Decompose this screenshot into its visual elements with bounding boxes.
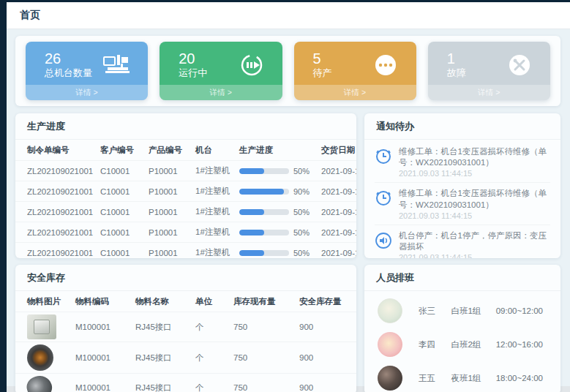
progress-bar (239, 189, 289, 195)
clock-icon (375, 148, 392, 165)
customer-no: C10001 (97, 243, 146, 259)
notification-item[interactable]: 维修工单：机台1变压器损坏待维修（单号：WX202109031001） 2021… (375, 183, 550, 225)
staff-name: 张三 (419, 306, 451, 317)
notification-item[interactable]: 维修工单：机台1变压器损坏待维修（单号：WX202109031001） 2021… (375, 141, 550, 183)
stat-label: 待产 (313, 67, 332, 80)
detail-link[interactable]: 详情 > (26, 85, 148, 100)
table-header-row: 制令单编号 客户编号 产品编号 机台 生产进度 交货日期 (15, 140, 356, 161)
delivery-date: 2021-09-10 (318, 222, 356, 243)
panel-title: 人员排班 (364, 265, 560, 291)
progress-cell: 50% (236, 161, 318, 181)
stat-label: 故障 (447, 67, 466, 80)
column-header: 单位 (192, 291, 230, 312)
safety-qty: 900 (296, 374, 356, 392)
table-row[interactable]: ZL202109021001 C10001 P10001 1#注塑机 50% 2… (15, 161, 356, 181)
running-icon (237, 53, 266, 78)
delivery-date: 2021-09-10 (318, 243, 356, 259)
table-header-row: 物料图片 物料编码 物料名称 单位 库存现有量 安全库存量 (15, 291, 356, 312)
clock-icon (375, 189, 392, 207)
table-row[interactable]: ZL202109021001 C10001 P10001 1#注塑机 90% 2… (15, 181, 356, 202)
table-row[interactable]: ZL202109021001 C10001 P10001 1#注塑机 50% 2… (15, 222, 356, 243)
staff-schedule-panel: 人员排班 张三 白班1组 09:00~12:00 李四 白班2组 12:00~1… (364, 265, 560, 392)
progress-bar (239, 209, 289, 215)
column-header: 物料图片 (15, 291, 72, 312)
notifications-panel: 通知待办 维修工单：机台1变压器损坏待维修（单号：WX202109031001）… (364, 113, 560, 258)
material-name: RJ45接口 (132, 374, 192, 392)
machine: 1#注塑机 (192, 161, 236, 181)
progress-bar (239, 250, 289, 256)
panel-title: 生产进度 (15, 113, 356, 140)
table-row[interactable]: M100001 RJ45接口 个 750 900 (15, 312, 356, 342)
shift-label: 白班2组 (451, 339, 495, 350)
material-image-cell (15, 312, 72, 342)
notification-time: 2021.09.03 11:44:15 (399, 211, 550, 220)
stat-card-running[interactable]: 20 运行中 详情 > (160, 42, 282, 100)
detail-link[interactable]: 详情 > (294, 85, 416, 100)
schedule-row[interactable]: 张三 白班1组 09:00~12:00 (378, 294, 547, 328)
machine: 1#注塑机 (192, 181, 236, 202)
stat-card-total-machines[interactable]: 26 总机台数量 详情 > (26, 42, 148, 100)
machine: 1#注塑机 (192, 202, 236, 222)
order-no: ZL202109021001 (15, 243, 97, 259)
unit: 个 (192, 342, 230, 374)
progress-bar (239, 230, 289, 235)
order-no: ZL202109021001 (15, 181, 97, 202)
machine-icon (102, 53, 132, 78)
staff-name: 王五 (419, 373, 451, 384)
table-row[interactable]: ZL202109021001 C10001 P10001 1#注塑机 50% 2… (15, 243, 356, 259)
delivery-date: 2021-09-10 (318, 161, 356, 181)
progress-label: 50% (293, 228, 310, 237)
avatar (378, 366, 402, 391)
avatar (378, 332, 402, 357)
notification-item[interactable]: 机台停产：机台1停产，停产原因：变压器损坏 2021.09.03 11:44:1… (375, 225, 550, 258)
stat-value: 26 (45, 50, 92, 67)
shift-label: 白班1组 (451, 306, 495, 317)
stat-label: 总机台数量 (45, 67, 92, 80)
column-header: 物料编码 (72, 291, 132, 312)
speaker-cone-photo (24, 373, 55, 392)
delivery-date: 2021-09-10 (318, 202, 356, 222)
production-progress-panel: 生产进度 制令单编号 客户编号 产品编号 机台 生产进度 交货日期 ZL2021 (15, 113, 356, 258)
order-no: ZL202109021001 (15, 161, 97, 181)
shift-label: 夜班1组 (451, 373, 495, 384)
schedule-row[interactable]: 李四 白班2组 12:00~16:00 (378, 328, 547, 361)
stock-qty: 750 (230, 342, 296, 374)
table-row[interactable]: M100001 RJ45接口 个 750 900 (15, 374, 356, 392)
shift-time: 18:00~24:00 (496, 374, 543, 382)
schedule-row[interactable]: 王五 夜班1组 18:00~24:00 (378, 361, 547, 392)
progress-cell: 50% (236, 243, 318, 259)
staff-name: 李四 (419, 339, 451, 350)
material-name: RJ45接口 (132, 312, 192, 342)
stat-card-fault[interactable]: 1 故障 详情 > (428, 42, 550, 100)
safety-qty: 900 (296, 342, 356, 374)
progress-label: 50% (293, 167, 310, 176)
customer-no: C10001 (97, 181, 146, 202)
page-title: 首页 (20, 9, 40, 22)
material-code: M100001 (72, 374, 132, 392)
stat-cards-panel: 26 总机台数量 详情 > 20 运行中 详情 > (15, 36, 560, 106)
shift-time: 09:00~12:00 (496, 306, 543, 315)
material-name: RJ45接口 (132, 342, 192, 374)
breadcrumb-bar: 首页 (7, 2, 570, 29)
stat-label: 运行中 (179, 67, 207, 80)
stat-card-waiting[interactable]: 5 待产 详情 > (294, 42, 416, 100)
safety-qty: 900 (296, 312, 356, 342)
column-header: 机台 (192, 140, 236, 161)
column-header: 物料名称 (132, 291, 192, 312)
dashboard-content: 26 总机台数量 详情 > 20 运行中 详情 > (7, 29, 570, 386)
progress-label: 90% (293, 187, 310, 196)
product-no: P10001 (146, 202, 192, 222)
detail-link[interactable]: 详情 > (428, 85, 550, 100)
shift-time: 12:00~16:00 (496, 340, 543, 349)
table-row[interactable]: ZL202109021001 C10001 P10001 1#注塑机 50% 2… (15, 202, 356, 222)
progress-cell: 90% (236, 181, 318, 202)
delivery-date: 2021-09-10 (318, 181, 356, 202)
stat-value: 1 (447, 50, 466, 67)
progress-cell: 50% (236, 222, 318, 243)
notification-text: 维修工单：机台1变压器损坏待维修（单号：WX202109031001） (399, 188, 550, 210)
table-row[interactable]: M100001 RJ45接口 个 750 900 (15, 342, 356, 374)
avatar (378, 298, 402, 323)
machine: 1#注塑机 (192, 222, 236, 243)
detail-link[interactable]: 详情 > (160, 85, 282, 100)
machine: 1#注塑机 (192, 243, 236, 259)
